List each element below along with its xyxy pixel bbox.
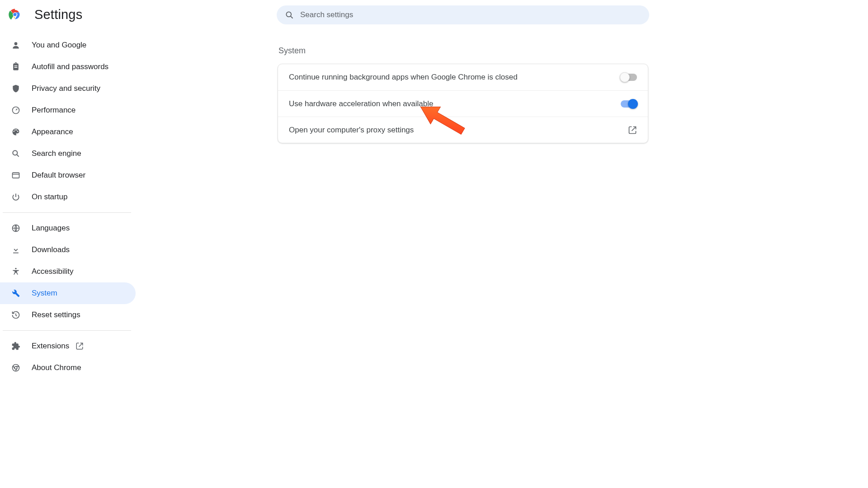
sidebar-item-privacy[interactable]: Privacy and security — [0, 78, 136, 99]
sidebar-item-performance[interactable]: Performance — [0, 99, 136, 121]
sidebar-item-label: System — [32, 289, 57, 298]
svg-point-7 — [13, 150, 17, 155]
sidebar-item-reset[interactable]: Reset settings — [0, 304, 136, 326]
chrome-outline-icon — [11, 363, 21, 373]
sidebar-item-label: Performance — [32, 106, 75, 115]
nav-divider — [3, 330, 131, 331]
toggle-hardware-accel[interactable] — [621, 100, 637, 108]
person-icon — [11, 40, 21, 50]
chrome-logo-icon — [8, 8, 22, 21]
accessibility-icon — [11, 267, 21, 277]
palette-icon — [11, 127, 21, 137]
svg-point-5 — [14, 42, 18, 45]
sidebar-item-label: Autofill and passwords — [32, 62, 108, 71]
app-title: Settings — [34, 7, 82, 22]
sidebar-item-you-and-google[interactable]: You and Google — [0, 34, 136, 56]
svg-point-3 — [286, 12, 291, 17]
sidebar-item-autofill[interactable]: Autofill and passwords — [0, 56, 136, 78]
open-external-icon — [75, 342, 84, 350]
globe-icon — [11, 223, 21, 233]
setting-row-background-apps: Continue running background apps when Go… — [278, 64, 648, 90]
search-icon — [285, 10, 294, 19]
sidebar-item-label: Search engine — [32, 149, 81, 158]
sidebar-item-label: Languages — [32, 224, 70, 233]
sidebar-item-search-engine[interactable]: Search engine — [0, 143, 136, 164]
sidebar-item-label: Downloads — [32, 245, 70, 254]
toggle-background-apps[interactable] — [621, 74, 637, 81]
sidebar-item-label: Extensions — [32, 342, 69, 351]
power-icon — [11, 192, 21, 202]
sidebar: You and Google Autofill and passwords Pr… — [0, 32, 136, 379]
browser-window-icon — [11, 170, 21, 180]
sidebar-item-label: Reset settings — [32, 310, 80, 319]
sidebar-item-label: Privacy and security — [32, 84, 100, 93]
sidebar-item-appearance[interactable]: Appearance — [0, 121, 136, 143]
wrench-icon — [11, 288, 21, 298]
search-settings[interactable] — [277, 5, 649, 24]
nav-divider — [3, 212, 131, 213]
sidebar-item-label: Default browser — [32, 171, 85, 180]
svg-line-8 — [17, 155, 19, 157]
shield-icon — [11, 84, 21, 94]
setting-row-hardware-accel: Use hardware acceleration when available — [278, 90, 648, 117]
sidebar-item-label: Appearance — [32, 127, 73, 136]
search-input[interactable] — [300, 10, 641, 19]
settings-card: Continue running background apps when Go… — [278, 64, 648, 143]
setting-label: Open your computer's proxy settings — [289, 126, 414, 135]
sidebar-item-downloads[interactable]: Downloads — [0, 239, 136, 261]
open-external-icon — [628, 126, 637, 135]
clipboard-icon — [11, 62, 21, 72]
sidebar-item-default-browser[interactable]: Default browser — [0, 164, 136, 186]
sidebar-item-system[interactable]: System — [0, 282, 136, 304]
sidebar-item-label: On startup — [32, 192, 67, 202]
svg-rect-9 — [13, 173, 19, 178]
sidebar-item-extensions[interactable]: Extensions — [0, 335, 136, 357]
sidebar-item-about-chrome[interactable]: About Chrome — [0, 357, 136, 379]
sidebar-item-accessibility[interactable]: Accessibility — [0, 261, 136, 282]
sidebar-item-label: About Chrome — [32, 363, 81, 372]
sidebar-item-label: Accessibility — [32, 267, 74, 276]
speedometer-icon — [11, 105, 21, 115]
svg-line-4 — [291, 16, 293, 19]
download-icon — [11, 245, 21, 255]
sidebar-item-languages[interactable]: Languages — [0, 217, 136, 239]
svg-point-2 — [13, 13, 16, 16]
svg-point-12 — [15, 268, 16, 269]
setting-row-proxy[interactable]: Open your computer's proxy settings — [278, 117, 648, 143]
puzzle-icon — [11, 341, 21, 351]
setting-label: Use hardware acceleration when available — [289, 99, 433, 108]
search-icon — [11, 149, 21, 159]
section-title: System — [278, 46, 648, 56]
history-icon — [11, 310, 21, 320]
sidebar-item-on-startup[interactable]: On startup — [0, 186, 136, 208]
setting-label: Continue running background apps when Go… — [289, 73, 518, 82]
sidebar-item-label: You and Google — [32, 41, 86, 50]
main-content: System Continue running background apps … — [278, 43, 648, 143]
